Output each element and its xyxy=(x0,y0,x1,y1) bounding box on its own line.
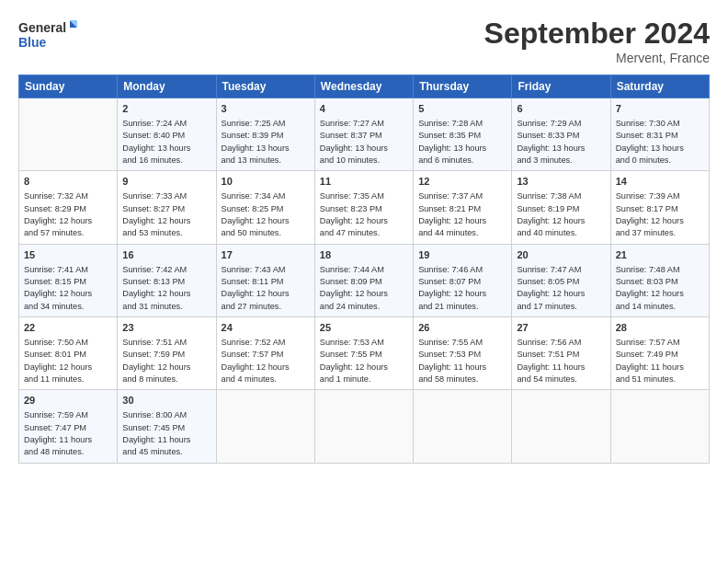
day-number: 2 xyxy=(122,102,210,117)
calendar-cell: 20Sunrise: 7:47 AMSunset: 8:05 PMDayligh… xyxy=(512,244,610,316)
calendar-cell: 28Sunrise: 7:57 AMSunset: 7:49 PMDayligh… xyxy=(610,316,709,389)
day-number: 17 xyxy=(222,248,310,263)
calendar-cell: 7Sunrise: 7:30 AMSunset: 8:31 PMDaylight… xyxy=(610,98,709,171)
calendar-header-row: SundayMondayTuesdayWednesdayThursdayFrid… xyxy=(19,75,710,98)
day-number: 19 xyxy=(418,248,506,263)
day-number: 21 xyxy=(616,248,704,263)
calendar-cell: 21Sunrise: 7:48 AMSunset: 8:03 PMDayligh… xyxy=(610,244,709,316)
day-number: 23 xyxy=(122,321,210,336)
logo-svg: General Blue xyxy=(18,17,83,55)
day-number: 27 xyxy=(517,321,605,336)
calendar-cell xyxy=(610,390,709,463)
calendar-cell: 15Sunrise: 7:41 AMSunset: 8:15 PMDayligh… xyxy=(19,244,118,316)
day-number: 13 xyxy=(517,175,605,190)
calendar-week-row: 22Sunrise: 7:50 AMSunset: 8:01 PMDayligh… xyxy=(19,316,710,389)
day-number: 12 xyxy=(418,175,506,190)
day-number: 4 xyxy=(320,102,408,117)
calendar-cell xyxy=(314,390,413,463)
calendar-cell: 24Sunrise: 7:52 AMSunset: 7:57 PMDayligh… xyxy=(216,316,314,389)
calendar-cell: 11Sunrise: 7:35 AMSunset: 8:23 PMDayligh… xyxy=(314,171,413,244)
calendar-cell: 8Sunrise: 7:32 AMSunset: 8:29 PMDaylight… xyxy=(19,171,118,244)
calendar-header-cell: Thursday xyxy=(414,75,512,98)
day-number: 25 xyxy=(320,321,408,336)
calendar-cell: 29Sunrise: 7:59 AMSunset: 7:47 PMDayligh… xyxy=(19,390,118,463)
calendar-cell: 4Sunrise: 7:27 AMSunset: 8:37 PMDaylight… xyxy=(314,98,413,171)
day-number: 30 xyxy=(122,394,210,408)
calendar-cell: 27Sunrise: 7:56 AMSunset: 7:51 PMDayligh… xyxy=(512,316,610,389)
day-number: 20 xyxy=(517,248,605,263)
day-number: 5 xyxy=(418,102,506,117)
calendar-cell: 19Sunrise: 7:46 AMSunset: 8:07 PMDayligh… xyxy=(414,244,512,316)
calendar-week-row: 15Sunrise: 7:41 AMSunset: 8:15 PMDayligh… xyxy=(19,244,710,316)
day-number: 26 xyxy=(418,321,506,336)
day-number: 15 xyxy=(24,248,112,263)
page-header: General Blue September 2024 Mervent, Fra… xyxy=(18,17,710,65)
day-number: 10 xyxy=(222,175,310,190)
calendar-header-cell: Monday xyxy=(118,75,216,98)
day-number: 16 xyxy=(122,248,210,263)
svg-text:General: General xyxy=(18,20,66,35)
calendar-body: 2Sunrise: 7:24 AMSunset: 8:40 PMDaylight… xyxy=(19,98,710,464)
calendar-cell: 3Sunrise: 7:25 AMSunset: 8:39 PMDaylight… xyxy=(216,98,314,171)
month-title: September 2024 xyxy=(484,17,710,51)
calendar-week-row: 29Sunrise: 7:59 AMSunset: 7:47 PMDayligh… xyxy=(19,390,710,463)
day-number: 14 xyxy=(616,175,704,190)
day-number: 6 xyxy=(517,102,605,117)
calendar-cell: 30Sunrise: 8:00 AMSunset: 7:45 PMDayligh… xyxy=(118,390,216,463)
calendar-cell xyxy=(414,390,512,463)
calendar-cell: 10Sunrise: 7:34 AMSunset: 8:25 PMDayligh… xyxy=(216,171,314,244)
svg-text:Blue: Blue xyxy=(18,35,47,50)
calendar-cell xyxy=(512,390,610,463)
calendar-header-cell: Saturday xyxy=(610,75,709,98)
calendar-week-row: 2Sunrise: 7:24 AMSunset: 8:40 PMDaylight… xyxy=(19,98,710,171)
calendar-cell: 18Sunrise: 7:44 AMSunset: 8:09 PMDayligh… xyxy=(314,244,413,316)
day-number: 24 xyxy=(222,321,310,336)
calendar-cell: 14Sunrise: 7:39 AMSunset: 8:17 PMDayligh… xyxy=(610,171,709,244)
calendar-cell xyxy=(216,390,314,463)
title-block: September 2024 Mervent, France xyxy=(484,17,710,65)
calendar-cell: 5Sunrise: 7:28 AMSunset: 8:35 PMDaylight… xyxy=(414,98,512,171)
day-number: 3 xyxy=(222,102,310,117)
calendar-cell: 13Sunrise: 7:38 AMSunset: 8:19 PMDayligh… xyxy=(512,171,610,244)
calendar-header-cell: Sunday xyxy=(19,75,118,98)
location: Mervent, France xyxy=(484,51,710,65)
calendar-cell: 26Sunrise: 7:55 AMSunset: 7:53 PMDayligh… xyxy=(414,316,512,389)
day-number: 7 xyxy=(616,102,704,117)
calendar-cell xyxy=(19,98,118,171)
calendar-cell: 23Sunrise: 7:51 AMSunset: 7:59 PMDayligh… xyxy=(118,316,216,389)
calendar-table: SundayMondayTuesdayWednesdayThursdayFrid… xyxy=(18,75,710,464)
calendar-cell: 6Sunrise: 7:29 AMSunset: 8:33 PMDaylight… xyxy=(512,98,610,171)
calendar-cell: 25Sunrise: 7:53 AMSunset: 7:55 PMDayligh… xyxy=(314,316,413,389)
day-number: 11 xyxy=(320,175,408,190)
day-number: 28 xyxy=(616,321,704,336)
logo: General Blue xyxy=(18,17,83,55)
calendar-cell: 12Sunrise: 7:37 AMSunset: 8:21 PMDayligh… xyxy=(414,171,512,244)
calendar-week-row: 8Sunrise: 7:32 AMSunset: 8:29 PMDaylight… xyxy=(19,171,710,244)
day-number: 18 xyxy=(320,248,408,263)
calendar-header-cell: Friday xyxy=(512,75,610,98)
calendar-cell: 16Sunrise: 7:42 AMSunset: 8:13 PMDayligh… xyxy=(118,244,216,316)
day-number: 9 xyxy=(122,175,210,190)
day-number: 29 xyxy=(24,394,112,408)
day-number: 22 xyxy=(24,321,112,336)
calendar-cell: 22Sunrise: 7:50 AMSunset: 8:01 PMDayligh… xyxy=(19,316,118,389)
day-number: 8 xyxy=(24,175,112,190)
calendar-header-cell: Wednesday xyxy=(314,75,413,98)
calendar-cell: 17Sunrise: 7:43 AMSunset: 8:11 PMDayligh… xyxy=(216,244,314,316)
calendar-cell: 9Sunrise: 7:33 AMSunset: 8:27 PMDaylight… xyxy=(118,171,216,244)
calendar-cell: 2Sunrise: 7:24 AMSunset: 8:40 PMDaylight… xyxy=(118,98,216,171)
calendar-header-cell: Tuesday xyxy=(216,75,314,98)
